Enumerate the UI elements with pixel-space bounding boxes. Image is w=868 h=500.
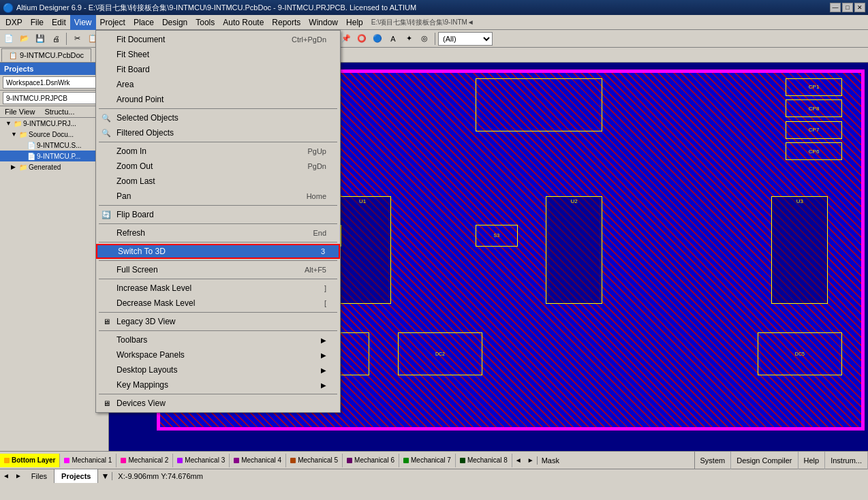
layer-dot <box>347 458 352 463</box>
layer-scroll-btn[interactable]: ◄ <box>512 456 525 464</box>
help-btn[interactable]: Help <box>799 452 826 469</box>
tree-item-sch[interactable]: 📄 9-INTMCU.S... <box>0 140 108 151</box>
proj-label: 9-INTMCU.PRJ... <box>23 120 76 127</box>
layer-mech2[interactable]: Mechanical 2 <box>117 454 173 467</box>
menu-design[interactable]: Design <box>158 15 191 30</box>
menu-around-point[interactable]: Around Point <box>96 92 340 107</box>
layer-mech7[interactable]: Mechanical 7 <box>399 454 456 467</box>
layer-mech8[interactable]: Mechanical 8 <box>456 454 512 467</box>
menu-pan[interactable]: Pan Home <box>96 189 340 204</box>
maximize-button[interactable]: □ <box>842 3 853 12</box>
menu-full-screen[interactable]: Full Screen Alt+F5 <box>96 262 340 277</box>
system-btn[interactable]: System <box>695 452 732 469</box>
menu-legacy-3d[interactable]: 🖥 Legacy 3D View <box>96 314 340 329</box>
tb-new[interactable]: 📄 <box>1 31 16 46</box>
layer-mech6[interactable]: Mechanical 6 <box>343 454 399 467</box>
workspace-select[interactable]: Workspace1.DsnWrk <box>3 76 106 89</box>
menu-desktop-layouts[interactable]: Desktop Layouts ▶ <box>96 362 340 377</box>
layer-mech5[interactable]: Mechanical 5 <box>286 454 343 467</box>
tab-projects[interactable]: Projects <box>55 469 98 483</box>
layer-mech4[interactable]: Mechanical 4 <box>230 454 286 467</box>
menu-zoom-in[interactable]: Zoom In PgUp <box>96 144 340 159</box>
menu-zoom-last[interactable]: Zoom Last <box>96 174 340 189</box>
tab-pcbdoc[interactable]: 📋 9-INTMCU.PcbDoc <box>1 48 91 62</box>
menu-workspace-panels[interactable]: Workspace Panels ▶ <box>96 347 340 362</box>
item-icon: 🔍 <box>100 114 112 123</box>
menu-item-shortcut: ] <box>324 284 326 292</box>
menu-file[interactable]: File <box>27 15 48 30</box>
tb-extra4[interactable]: 📌 <box>339 31 354 46</box>
toolbar-separator-5 <box>435 33 435 45</box>
menu-item-label: Filtered Objects <box>117 128 174 138</box>
tb-open[interactable]: 📂 <box>17 31 32 46</box>
menu-autoroute[interactable]: Auto Route <box>219 15 268 30</box>
menu-reports[interactable]: Reports <box>268 15 305 30</box>
tree-item-generated[interactable]: ▶ 📁 Generated <box>0 161 108 172</box>
tree-item-proj[interactable]: ▼ 📁 9-INTMCU.PRJ... <box>0 118 108 129</box>
layer-mech1[interactable]: Mechanical 1 <box>60 454 117 467</box>
design-compiler-btn[interactable]: Design Compiler <box>731 452 798 469</box>
menu-item-label: Key Mappings <box>117 380 168 390</box>
filter-select[interactable]: (All) <box>438 32 493 46</box>
menu-tools[interactable]: Tools <box>191 15 219 30</box>
menu-item-shortcut: PgDn <box>307 162 326 170</box>
tab-files[interactable]: Files <box>25 469 55 483</box>
project-select[interactable]: 9-INTMCU.PRJPCB <box>3 92 106 104</box>
menu-increase-mask[interactable]: Increase Mask Level ] <box>96 281 340 296</box>
menu-fit-board[interactable]: Fit Board <box>96 62 340 77</box>
menu-filtered-objects[interactable]: 🔍 Filtered Objects <box>96 125 340 140</box>
menu-item-label: Full Screen <box>117 265 158 275</box>
menu-item-label: Refresh <box>117 228 145 238</box>
tab-structure[interactable]: Structu... <box>40 106 79 117</box>
menu-place[interactable]: Place <box>129 15 158 30</box>
menu-zoom-out[interactable]: Zoom Out PgDn <box>96 159 340 174</box>
tb-cut[interactable]: ✂ <box>69 31 84 46</box>
menu-area[interactable]: Area <box>96 77 340 92</box>
tb-extra7[interactable]: A <box>386 31 401 46</box>
menu-window[interactable]: Window <box>305 15 342 30</box>
tb-zoom-all[interactable]: ◎ <box>417 31 432 46</box>
tree-item-pcb[interactable]: 📄 9-INTMCU.P... <box>0 151 108 161</box>
menu-fit-document[interactable]: Fit Document Ctrl+PgDn <box>96 32 340 47</box>
layer-dot <box>4 458 10 463</box>
tree-item-source[interactable]: ▼ 📁 Source Docu... <box>0 129 108 140</box>
menu-project[interactable]: Project <box>96 15 129 30</box>
menu-edit[interactable]: Edit <box>48 15 70 30</box>
tab-file-view[interactable]: File View <box>0 106 40 117</box>
menu-dxp[interactable]: DXP <box>1 15 27 30</box>
tb-extra6[interactable]: 🔵 <box>370 31 385 46</box>
minimize-button[interactable]: — <box>830 3 841 12</box>
tb-extra8[interactable]: ✦ <box>401 31 416 46</box>
bottom-nav-prev[interactable]: ◄ <box>0 472 12 480</box>
menu-key-mappings[interactable]: Key Mappings ▶ <box>96 377 340 392</box>
tb-save[interactable]: 💾 <box>33 31 48 46</box>
menu-item-label: Zoom In <box>117 146 146 156</box>
menu-refresh[interactable]: Refresh End <box>96 225 340 240</box>
bottom-nav-next[interactable]: ► <box>12 472 25 480</box>
menu-fit-sheet[interactable]: Fit Sheet <box>96 47 340 62</box>
menu-decrease-mask[interactable]: Decrease Mask Level [ <box>96 296 340 311</box>
menu-toolbars[interactable]: Toolbars ▶ <box>96 332 340 347</box>
close-button[interactable]: ✕ <box>854 3 865 12</box>
menu-item-label: Fit Sheet <box>117 50 149 59</box>
layer-scroll-btn-r[interactable]: ► <box>525 456 537 464</box>
menu-view[interactable]: View <box>70 15 96 30</box>
layer-label: Mechanical 4 <box>241 456 281 464</box>
mask-btn[interactable]: Mask <box>537 456 563 465</box>
menu-sep-7 <box>99 279 337 279</box>
bottom-nav-down[interactable]: ▼ <box>98 471 112 481</box>
tb-extra5[interactable]: ⭕ <box>354 31 369 46</box>
instrum-btn[interactable]: Instrum... <box>825 452 868 469</box>
panel-header: Projects <box>0 63 108 75</box>
tb-print[interactable]: 🖨 <box>48 31 63 46</box>
folder-icon-gen: 📁 <box>19 163 27 171</box>
layer-bottom[interactable]: Bottom Layer <box>0 454 60 467</box>
menu-help[interactable]: Help <box>342 15 367 30</box>
menu-devices-view[interactable]: 🖥 Devices View <box>96 396 340 411</box>
menu-item-shortcut: End <box>313 229 326 237</box>
item-icon: 🔄 <box>100 210 112 219</box>
menu-flip-board[interactable]: 🔄 Flip Board <box>96 207 340 222</box>
layer-mech3[interactable]: Mechanical 3 <box>173 454 230 467</box>
menu-switch-to-3d[interactable]: Switch To 3D 3 <box>96 244 340 259</box>
menu-selected-objects[interactable]: 🔍 Selected Objects <box>96 110 340 125</box>
